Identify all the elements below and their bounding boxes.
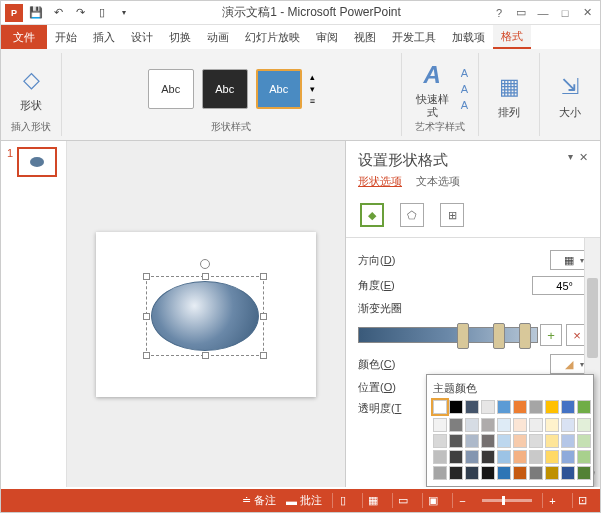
color-swatch[interactable] [433, 434, 447, 448]
notes-button[interactable]: ≐ 备注 [242, 493, 276, 508]
color-swatch[interactable] [561, 466, 575, 480]
color-swatch[interactable] [433, 400, 447, 414]
normal-view-icon[interactable]: ▯ [332, 493, 352, 508]
color-swatch[interactable] [513, 466, 527, 480]
zoom-out-icon[interactable]: − [452, 493, 472, 508]
fit-window-icon[interactable]: ⊡ [572, 493, 592, 508]
slide-thumbnail-1[interactable]: 1 [7, 147, 60, 177]
gradient-track[interactable] [358, 327, 538, 343]
size-button[interactable]: ⇲ 大小 [550, 69, 590, 122]
color-swatch[interactable] [481, 418, 495, 432]
color-swatch[interactable] [497, 434, 511, 448]
ribbon-options-icon[interactable]: ▭ [512, 4, 530, 22]
color-swatch[interactable] [433, 466, 447, 480]
tab-file[interactable]: 文件 [1, 25, 47, 49]
direction-dropdown[interactable]: ▦ [550, 250, 588, 270]
color-swatch[interactable] [545, 450, 559, 464]
fill-line-icon[interactable]: ◆ [360, 203, 384, 227]
color-swatch[interactable] [529, 400, 543, 414]
redo-icon[interactable]: ↷ [71, 4, 89, 22]
tab-addins[interactable]: 加载项 [444, 25, 493, 49]
color-swatch[interactable] [577, 450, 591, 464]
color-swatch[interactable] [577, 418, 591, 432]
color-swatch[interactable] [449, 450, 463, 464]
color-swatch[interactable] [449, 466, 463, 480]
gradient-stop[interactable] [493, 323, 505, 349]
resize-handle[interactable] [260, 352, 267, 359]
resize-handle[interactable] [143, 352, 150, 359]
shape-style-1[interactable]: Abc [148, 69, 194, 109]
color-swatch[interactable] [481, 400, 495, 414]
color-swatch[interactable] [513, 434, 527, 448]
text-outline-icon[interactable]: A [461, 83, 468, 95]
color-swatch[interactable] [545, 466, 559, 480]
color-swatch[interactable] [529, 434, 543, 448]
color-swatch[interactable] [497, 418, 511, 432]
zoom-slider[interactable] [482, 499, 532, 502]
resize-handle[interactable] [143, 313, 150, 320]
color-swatch[interactable] [577, 434, 591, 448]
app-icon[interactable]: P [5, 4, 23, 22]
zoom-in-icon[interactable]: + [542, 493, 562, 508]
rotation-handle[interactable] [200, 259, 210, 269]
shapes-button[interactable]: ◇ 形状 [11, 62, 51, 115]
tab-home[interactable]: 开始 [47, 25, 85, 49]
undo-icon[interactable]: ↶ [49, 4, 67, 22]
pane-close-icon[interactable]: ✕ [579, 151, 588, 164]
shape-style-2[interactable]: Abc [202, 69, 248, 109]
resize-handle[interactable] [260, 313, 267, 320]
tab-animations[interactable]: 动画 [199, 25, 237, 49]
color-swatch[interactable] [513, 400, 527, 414]
color-swatch[interactable] [433, 450, 447, 464]
style-gallery-down-icon[interactable]: ▾ [310, 84, 315, 94]
slide-sorter-icon[interactable]: ▦ [362, 493, 382, 508]
text-effects-icon[interactable]: A [461, 99, 468, 111]
effects-icon[interactable]: ⬠ [400, 203, 424, 227]
scrollbar-thumb[interactable] [587, 278, 598, 358]
color-swatch[interactable] [449, 418, 463, 432]
selected-shape[interactable] [146, 276, 264, 356]
gradient-stop[interactable] [519, 323, 531, 349]
tab-insert[interactable]: 插入 [85, 25, 123, 49]
reading-view-icon[interactable]: ▭ [392, 493, 412, 508]
color-swatch[interactable] [481, 450, 495, 464]
size-props-icon[interactable]: ⊞ [440, 203, 464, 227]
color-swatch[interactable] [465, 418, 479, 432]
close-icon[interactable]: ✕ [578, 4, 596, 22]
color-swatch[interactable] [465, 400, 479, 414]
color-swatch[interactable] [577, 466, 591, 480]
color-swatch[interactable] [561, 400, 575, 414]
tab-shape-options[interactable]: 形状选项 [358, 174, 402, 189]
color-swatch[interactable] [497, 450, 511, 464]
color-swatch[interactable] [561, 418, 575, 432]
slide-editor[interactable] [67, 141, 346, 487]
tab-format[interactable]: 格式 [493, 25, 531, 49]
color-swatch[interactable] [497, 466, 511, 480]
shape-style-3[interactable]: Abc [256, 69, 302, 109]
tab-text-options[interactable]: 文本选项 [416, 174, 460, 189]
style-gallery-up-icon[interactable]: ▴ [310, 72, 315, 82]
color-swatch[interactable] [465, 434, 479, 448]
help-icon[interactable]: ? [490, 4, 508, 22]
color-swatch[interactable] [529, 450, 543, 464]
color-picker-button[interactable]: ◢ [550, 354, 588, 374]
maximize-icon[interactable]: □ [556, 4, 574, 22]
tab-developer[interactable]: 开发工具 [384, 25, 444, 49]
comments-button[interactable]: ▬ 批注 [286, 493, 322, 508]
resize-handle[interactable] [143, 273, 150, 280]
qat-more-icon[interactable]: ▾ [115, 4, 133, 22]
color-swatch[interactable] [561, 434, 575, 448]
color-swatch[interactable] [449, 434, 463, 448]
color-swatch[interactable] [497, 400, 511, 414]
quick-styles-button[interactable]: A 快速样 式 [412, 57, 453, 119]
pane-options-icon[interactable]: ▾ [568, 151, 573, 164]
color-swatch[interactable] [433, 418, 447, 432]
save-icon[interactable]: 💾 [27, 4, 45, 22]
color-swatch[interactable] [577, 400, 591, 414]
arrange-button[interactable]: ▦ 排列 [489, 69, 529, 122]
resize-handle[interactable] [202, 352, 209, 359]
slide-canvas[interactable] [96, 232, 316, 397]
ellipse-shape[interactable] [151, 281, 259, 351]
tab-review[interactable]: 审阅 [308, 25, 346, 49]
color-swatch[interactable] [465, 450, 479, 464]
